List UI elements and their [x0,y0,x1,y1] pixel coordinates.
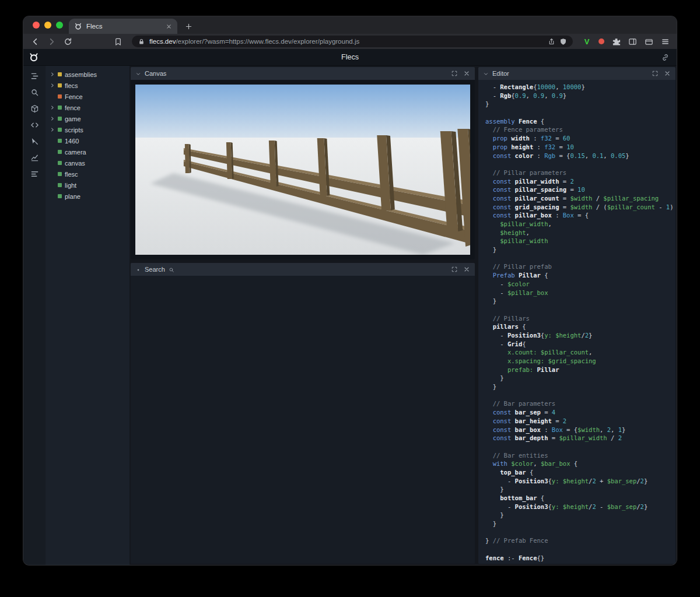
inspect-icon[interactable] [28,136,41,146]
tree-expand-icon[interactable] [50,83,55,88]
code-line: // Bar entities [485,451,676,460]
entity-color-badge [58,128,62,132]
tree-item-light[interactable]: light [46,180,130,191]
tree-item-assemblies[interactable]: assemblies [46,69,130,80]
tree-item-fence[interactable]: fence [46,102,130,113]
entity-label: 1460 [65,138,79,145]
search-panel-title: Search [145,266,165,273]
code-line: // Fence parameters [485,125,676,134]
extensions-puzzle-icon[interactable] [611,37,621,46]
close-search-icon[interactable] [463,266,470,273]
bookmark-icon[interactable] [113,37,123,46]
code-line: - $color [485,280,676,289]
desktop-background: Flecs flecs.dev/explorer/?wasm=https://w… [0,0,700,597]
collapse-editor-icon[interactable] [483,71,489,76]
left-column: Canvas [131,67,475,564]
code-line: - Position3{y: $height/2 + $bar_sep/2} [485,477,676,486]
maximize-search-icon[interactable] [451,266,458,273]
tree-item-scripts[interactable]: scripts [46,124,130,135]
app-header: Flecs [23,49,677,66]
entity-label: plane [65,193,80,200]
entity-label: flesc [65,171,78,178]
entity-color-badge [58,183,62,187]
tree-expand-icon[interactable] [50,72,55,77]
code-line [485,160,676,168]
entity-color-badge [58,161,62,165]
tree-item-game[interactable]: game [46,113,130,124]
entity-color-badge [58,72,62,76]
reload-button[interactable] [63,37,72,46]
wallet-icon[interactable] [644,37,653,46]
code-line: const color : Rgb = {0.15, 0.1, 0.05} [485,152,676,160]
outliner-icon[interactable] [28,71,41,81]
sidebar-toggle-icon[interactable] [628,37,637,46]
entity-color-badge [58,172,62,176]
tree-item-flecs[interactable]: flecs [46,80,130,91]
code-line: // Pillars [485,314,676,323]
tree-expand-icon[interactable] [50,127,55,132]
maximize-canvas-icon[interactable] [451,70,458,77]
tree-arrow-spacer [50,94,55,99]
minimize-window-button[interactable] [44,22,51,29]
code-line: } [485,297,676,305]
new-tab-button[interactable] [182,20,195,33]
code-line: } [485,245,676,254]
browser-toolbar: flecs.dev/explorer/?wasm=https://www.fle… [23,34,677,49]
code-line [485,443,676,451]
collapse-canvas-icon[interactable] [135,71,141,76]
browser-menu-icon[interactable] [660,37,670,46]
entities-icon[interactable] [28,104,41,114]
canvas-3d-viewport[interactable] [131,80,475,259]
main-area: Canvas [130,66,677,565]
code-line: const pillar_width = 2 [485,177,676,186]
search-results-area [131,276,475,564]
tree-expand-icon[interactable] [50,105,55,110]
forward-button[interactable] [47,37,56,46]
tree-item-flesc[interactable]: flesc [46,168,130,180]
v-extension-badge[interactable]: V [582,37,592,46]
entity-color-badge [58,117,62,121]
queries-icon[interactable] [28,169,41,179]
editor-panel-header: Editor [478,67,676,80]
editor-panel-title: Editor [492,70,509,77]
code-line: - Rectangle{10000, 10000} [485,83,676,92]
search-icon[interactable] [28,87,41,97]
share-link-icon[interactable] [661,53,670,62]
canvas-panel: Canvas [131,67,475,259]
tree-arrow-spacer [50,160,55,166]
browser-tab[interactable]: Flecs [69,19,177,34]
back-button[interactable] [30,37,40,46]
close-editor-icon[interactable] [664,70,671,77]
tree-item-plane[interactable]: plane [46,191,130,202]
tree-arrow-spacer [50,182,55,188]
tree-item-Fence[interactable]: Fence [46,91,130,102]
code-line [485,254,676,263]
code-line: - Grid{ [485,340,676,349]
entity-label: canvas [65,160,85,167]
code-line: - Rgb{0.9, 0.9, 0.9} [485,92,676,100]
brave-shield-icon[interactable] [559,38,567,45]
panel-dot-icon [135,266,141,272]
maximize-editor-icon[interactable] [652,70,659,77]
tree-expand-icon[interactable] [50,116,55,121]
code-icon[interactable] [28,120,41,130]
search-icon[interactable] [169,266,174,272]
zoom-window-button[interactable] [56,22,63,29]
share-icon[interactable] [548,38,555,45]
record-extension-badge[interactable] [598,38,604,44]
close-canvas-icon[interactable] [463,70,470,77]
tree-item-camera[interactable]: camera [46,146,130,157]
tab-close-icon[interactable] [166,23,172,30]
address-bar[interactable]: flecs.dev/explorer/?wasm=https://www.fle… [132,36,573,47]
code-editor[interactable]: - Rectangle{10000, 10000} - Rgb{0.9, 0.9… [478,80,676,564]
code-line: const pillar_spacing = 10 [485,185,676,194]
fence-3d-scene [135,85,470,255]
tree-arrow-spacer [50,194,55,199]
window-controls [23,16,63,34]
close-window-button[interactable] [33,22,40,29]
entity-label: fence [65,104,80,111]
tree-item-canvas[interactable]: canvas [46,157,130,168]
tree-item-1460[interactable]: 1460 [46,135,130,146]
code-line: } // Prefab Fence [485,536,676,545]
stats-icon[interactable] [28,153,41,163]
